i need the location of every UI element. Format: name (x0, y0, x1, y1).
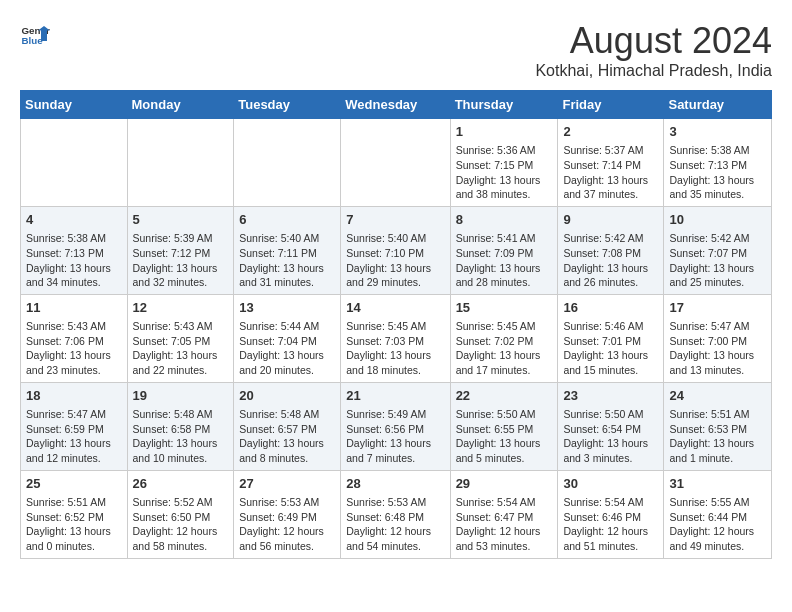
location: Kotkhai, Himachal Pradesh, India (535, 62, 772, 80)
day-number: 21 (346, 387, 444, 405)
day-info: Sunset: 7:15 PM (456, 159, 534, 171)
day-info: Sunrise: 5:42 AM (563, 232, 643, 244)
day-number: 23 (563, 387, 658, 405)
calendar-cell: 22Sunrise: 5:50 AMSunset: 6:55 PMDayligh… (450, 382, 558, 470)
calendar-cell: 29Sunrise: 5:54 AMSunset: 6:47 PMDayligh… (450, 470, 558, 558)
day-info: and 5 minutes. (456, 452, 525, 464)
day-number: 5 (133, 211, 229, 229)
day-number: 15 (456, 299, 553, 317)
day-info: Daylight: 13 hours (26, 437, 111, 449)
calendar-cell: 27Sunrise: 5:53 AMSunset: 6:49 PMDayligh… (234, 470, 341, 558)
day-number: 12 (133, 299, 229, 317)
calendar-cell: 2Sunrise: 5:37 AMSunset: 7:14 PMDaylight… (558, 119, 664, 207)
calendar-cell: 23Sunrise: 5:50 AMSunset: 6:54 PMDayligh… (558, 382, 664, 470)
day-info: Sunset: 7:10 PM (346, 247, 424, 259)
calendar-cell (127, 119, 234, 207)
weekday-header-thursday: Thursday (450, 91, 558, 119)
day-info: Sunset: 7:01 PM (563, 335, 641, 347)
day-info: and 38 minutes. (456, 188, 531, 200)
day-info: Sunrise: 5:40 AM (346, 232, 426, 244)
day-info: Sunset: 6:46 PM (563, 511, 641, 523)
day-info: Daylight: 13 hours (133, 437, 218, 449)
day-info: and 54 minutes. (346, 540, 421, 552)
weekday-header-tuesday: Tuesday (234, 91, 341, 119)
month-year: August 2024 (535, 20, 772, 62)
day-number: 30 (563, 475, 658, 493)
calendar-cell (21, 119, 128, 207)
day-info: Sunset: 6:55 PM (456, 423, 534, 435)
weekday-header-saturday: Saturday (664, 91, 772, 119)
day-info: Daylight: 13 hours (563, 174, 648, 186)
day-number: 29 (456, 475, 553, 493)
day-info: Sunset: 7:05 PM (133, 335, 211, 347)
day-info: and 1 minute. (669, 452, 733, 464)
logo: General Blue (20, 20, 50, 50)
day-info: Daylight: 13 hours (239, 437, 324, 449)
day-info: Daylight: 13 hours (26, 525, 111, 537)
day-info: Daylight: 13 hours (26, 349, 111, 361)
day-info: and 29 minutes. (346, 276, 421, 288)
day-number: 13 (239, 299, 335, 317)
day-info: Sunrise: 5:48 AM (133, 408, 213, 420)
day-info: Sunrise: 5:48 AM (239, 408, 319, 420)
day-info: Sunset: 6:47 PM (456, 511, 534, 523)
calendar-cell: 13Sunrise: 5:44 AMSunset: 7:04 PMDayligh… (234, 294, 341, 382)
day-info: Sunset: 6:58 PM (133, 423, 211, 435)
day-info: Sunset: 6:50 PM (133, 511, 211, 523)
day-info: and 28 minutes. (456, 276, 531, 288)
day-info: and 3 minutes. (563, 452, 632, 464)
day-info: and 20 minutes. (239, 364, 314, 376)
day-info: Sunrise: 5:36 AM (456, 144, 536, 156)
day-info: Daylight: 13 hours (456, 174, 541, 186)
day-info: and 32 minutes. (133, 276, 208, 288)
day-number: 16 (563, 299, 658, 317)
day-info: Sunrise: 5:39 AM (133, 232, 213, 244)
day-info: Sunset: 6:59 PM (26, 423, 104, 435)
calendar-cell: 15Sunrise: 5:45 AMSunset: 7:02 PMDayligh… (450, 294, 558, 382)
day-info: Sunset: 7:04 PM (239, 335, 317, 347)
day-info: Sunrise: 5:41 AM (456, 232, 536, 244)
calendar-week-row: 25Sunrise: 5:51 AMSunset: 6:52 PMDayligh… (21, 470, 772, 558)
day-info: Sunset: 6:54 PM (563, 423, 641, 435)
calendar-cell: 26Sunrise: 5:52 AMSunset: 6:50 PMDayligh… (127, 470, 234, 558)
day-number: 17 (669, 299, 766, 317)
day-info: Sunset: 6:53 PM (669, 423, 747, 435)
svg-text:Blue: Blue (22, 35, 44, 46)
day-info: and 26 minutes. (563, 276, 638, 288)
day-info: Daylight: 13 hours (669, 174, 754, 186)
day-info: Sunrise: 5:43 AM (133, 320, 213, 332)
day-number: 10 (669, 211, 766, 229)
day-info: Sunset: 6:52 PM (26, 511, 104, 523)
day-info: Sunset: 7:02 PM (456, 335, 534, 347)
day-info: Sunset: 7:14 PM (563, 159, 641, 171)
day-number: 31 (669, 475, 766, 493)
day-info: Sunrise: 5:49 AM (346, 408, 426, 420)
day-info: Sunrise: 5:51 AM (26, 496, 106, 508)
calendar-cell: 31Sunrise: 5:55 AMSunset: 6:44 PMDayligh… (664, 470, 772, 558)
day-number: 6 (239, 211, 335, 229)
day-info: and 25 minutes. (669, 276, 744, 288)
day-info: Daylight: 13 hours (456, 262, 541, 274)
calendar-cell: 25Sunrise: 5:51 AMSunset: 6:52 PMDayligh… (21, 470, 128, 558)
day-info: Sunset: 6:49 PM (239, 511, 317, 523)
day-info: and 51 minutes. (563, 540, 638, 552)
day-number: 26 (133, 475, 229, 493)
day-info: and 58 minutes. (133, 540, 208, 552)
day-info: and 13 minutes. (669, 364, 744, 376)
day-info: Sunrise: 5:47 AM (26, 408, 106, 420)
day-info: Sunrise: 5:53 AM (239, 496, 319, 508)
calendar-cell: 8Sunrise: 5:41 AMSunset: 7:09 PMDaylight… (450, 206, 558, 294)
day-info: Sunrise: 5:42 AM (669, 232, 749, 244)
day-info: Sunrise: 5:38 AM (669, 144, 749, 156)
weekday-header-wednesday: Wednesday (341, 91, 450, 119)
calendar-week-row: 18Sunrise: 5:47 AMSunset: 6:59 PMDayligh… (21, 382, 772, 470)
calendar-cell: 20Sunrise: 5:48 AMSunset: 6:57 PMDayligh… (234, 382, 341, 470)
day-info: and 8 minutes. (239, 452, 308, 464)
day-info: and 35 minutes. (669, 188, 744, 200)
day-info: and 17 minutes. (456, 364, 531, 376)
weekday-header-row: SundayMondayTuesdayWednesdayThursdayFrid… (21, 91, 772, 119)
calendar-cell: 4Sunrise: 5:38 AMSunset: 7:13 PMDaylight… (21, 206, 128, 294)
day-number: 11 (26, 299, 122, 317)
logo-icon: General Blue (20, 20, 50, 50)
day-number: 9 (563, 211, 658, 229)
